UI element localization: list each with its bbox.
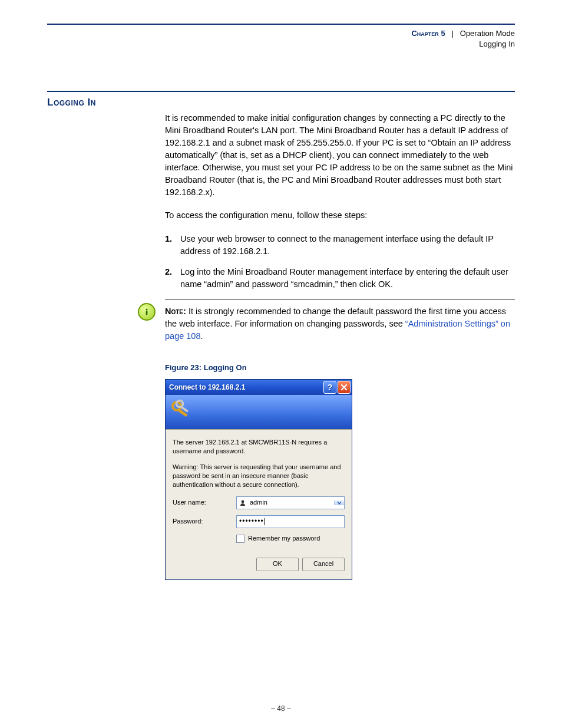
header-subsection: Logging In bbox=[479, 39, 515, 48]
access-line: To access the configuration menu, follow… bbox=[165, 209, 515, 222]
user-icon bbox=[238, 499, 247, 506]
keys-icon bbox=[169, 398, 193, 426]
dialog-warning-text: Warning: This server is requesting that … bbox=[173, 463, 345, 489]
ok-button[interactable]: OK bbox=[256, 558, 299, 571]
intro-paragraph: It is recommended to make initial config… bbox=[165, 112, 515, 199]
figure-caption: Figure 23: Logging On bbox=[165, 363, 515, 374]
password-row: Password: •••••••• bbox=[173, 515, 345, 528]
note-text-2: . bbox=[200, 331, 203, 341]
step-number: 2. bbox=[165, 266, 180, 291]
header-section: Operation Mode bbox=[460, 29, 515, 38]
step-number: 1. bbox=[165, 233, 180, 258]
login-dialog: Connect to 192.168.2.1 ? The server bbox=[165, 379, 352, 579]
note-block: Note: It is strongly recommended to chan… bbox=[165, 305, 515, 342]
remember-label: Remember my password bbox=[248, 534, 320, 543]
username-value: admin bbox=[249, 498, 334, 508]
svg-rect-1 bbox=[146, 311, 148, 315]
section-rule bbox=[47, 91, 515, 92]
step-text: Log into the Mini Broadband Router manag… bbox=[180, 266, 515, 291]
dialog-server-text: The server 192.168.2.1 at SMCWBR11S-N re… bbox=[173, 438, 345, 456]
username-label: User name: bbox=[173, 498, 236, 508]
note-label: Note: bbox=[165, 307, 186, 316]
page-number: – 48 – bbox=[0, 704, 562, 713]
dialog-titlebar: Connect to 192.168.2.1 ? bbox=[166, 380, 352, 395]
header-separator: | bbox=[452, 29, 454, 38]
close-button[interactable] bbox=[338, 381, 351, 394]
dialog-title: Connect to 192.168.2.1 bbox=[169, 383, 322, 393]
password-mask: •••••••• bbox=[239, 516, 264, 526]
chevron-down-icon[interactable] bbox=[334, 500, 344, 505]
step-1: 1. Use your web browser to connect to th… bbox=[165, 233, 515, 258]
username-row: User name: admin bbox=[173, 496, 345, 509]
remember-row: Remember my password bbox=[236, 534, 345, 543]
header-chapter: Chapter 5 bbox=[411, 29, 445, 38]
page-header: Chapter 5 | Operation Mode Logging In bbox=[47, 28, 515, 50]
password-input[interactable]: •••••••• bbox=[236, 515, 345, 528]
username-combobox[interactable]: admin bbox=[236, 496, 345, 509]
step-2: 2. Log into the Mini Broadband Router ma… bbox=[165, 266, 515, 291]
text-caret bbox=[265, 518, 265, 525]
password-label: Password: bbox=[173, 517, 236, 526]
section-title: Logging In bbox=[47, 97, 515, 108]
cancel-button[interactable]: Cancel bbox=[302, 558, 345, 571]
remember-checkbox[interactable] bbox=[236, 535, 244, 543]
note-rule bbox=[165, 299, 515, 299]
help-button[interactable]: ? bbox=[323, 381, 336, 394]
dialog-banner bbox=[166, 395, 352, 430]
info-icon bbox=[138, 303, 156, 321]
svg-point-0 bbox=[146, 308, 147, 310]
step-text: Use your web browser to connect to the m… bbox=[180, 233, 515, 258]
header-rule bbox=[47, 24, 515, 25]
svg-point-6 bbox=[242, 500, 244, 503]
